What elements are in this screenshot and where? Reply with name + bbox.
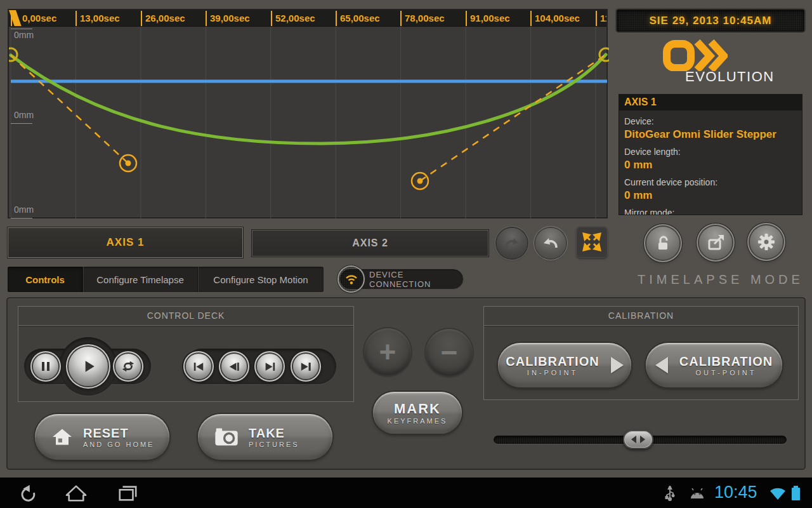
tab-configure-timelapse[interactable]: Configure Timelapse bbox=[83, 267, 198, 292]
triangle-right-icon bbox=[611, 357, 624, 373]
time-tick: 65,00sec bbox=[336, 11, 380, 26]
redo-button[interactable] bbox=[497, 228, 527, 258]
export-share-icon bbox=[705, 233, 726, 252]
time-tick: 0,00sec bbox=[11, 11, 56, 26]
app-screen: 0mm 0mm 0mm 0,00sec 13,00sec 26,00sec 39… bbox=[0, 0, 812, 508]
timeline-graph-panel[interactable]: 0mm 0mm 0mm 0,00sec 13,00sec 26,00sec 39… bbox=[8, 9, 608, 218]
divider bbox=[18, 325, 353, 326]
axis-info-title: AXIS 1 bbox=[619, 95, 802, 110]
tab-label: Configure Stop Motion bbox=[213, 274, 308, 285]
decrement-button[interactable]: − bbox=[426, 329, 473, 376]
tab-configure-stop-motion[interactable]: Configure Stop Motion bbox=[198, 267, 324, 292]
lock-button[interactable] bbox=[646, 227, 679, 260]
camera-icon bbox=[214, 427, 239, 446]
increment-button[interactable]: + bbox=[364, 328, 411, 375]
device-connection-button[interactable]: DEVICE CONNECTION bbox=[339, 269, 464, 290]
expand-fullscreen-button[interactable] bbox=[576, 226, 608, 258]
axis-info-panel: AXIS 1 Device: DitoGear Omni Slider Step… bbox=[619, 94, 802, 215]
axis-1-button[interactable]: AXIS 1 bbox=[8, 227, 243, 258]
position-ruler-line bbox=[11, 29, 32, 29]
pause-button[interactable] bbox=[33, 354, 58, 379]
button-line1: MARK bbox=[394, 401, 441, 417]
step-forward-button[interactable] bbox=[257, 354, 282, 379]
slider-right-arrow-icon bbox=[640, 436, 645, 443]
pause-icon bbox=[39, 360, 52, 373]
info-value: 0 mm bbox=[624, 159, 797, 171]
info-label: Mirror mode: bbox=[624, 208, 797, 215]
step-forward-icon bbox=[263, 361, 276, 372]
button-line2: OUT-POINT bbox=[679, 369, 773, 377]
usb-status-icon bbox=[665, 486, 675, 501]
battery-icon bbox=[792, 488, 800, 500]
calibration-out-point-button[interactable]: CALIBRATION OUT-POINT bbox=[646, 343, 782, 387]
loop-button[interactable] bbox=[115, 354, 141, 379]
timeline-header[interactable]: 0,00sec 13,00sec 26,00sec 39,00sec 52,00… bbox=[9, 10, 606, 27]
position-slider-handle[interactable] bbox=[623, 430, 653, 449]
step-back-button[interactable] bbox=[221, 354, 247, 379]
control-deck-title: CONTROL DECK bbox=[18, 311, 353, 321]
tab-bar: Controls Configure Timelapse Configure S… bbox=[8, 267, 324, 292]
skip-to-start-icon bbox=[192, 361, 205, 372]
position-ruler-line bbox=[11, 123, 32, 124]
play-icon bbox=[80, 358, 96, 375]
axis-2-button[interactable]: AXIS 2 bbox=[252, 230, 488, 257]
play-button[interactable] bbox=[69, 347, 108, 386]
position-label: 0mm bbox=[14, 204, 34, 215]
mode-label: TIMELAPSE MODE bbox=[638, 272, 804, 287]
home-icon bbox=[51, 427, 73, 446]
button-line1: TAKE bbox=[249, 426, 299, 441]
time-tick: 52,00sec bbox=[271, 11, 315, 26]
nav-recents-button[interactable] bbox=[114, 483, 141, 503]
datetime-display: SIE 29, 2013 10:45AM bbox=[615, 8, 806, 33]
nav-back-button[interactable] bbox=[15, 483, 41, 503]
tab-controls[interactable]: Controls bbox=[8, 267, 83, 292]
expand-arrows-icon bbox=[582, 232, 602, 252]
button-line1: CALIBRATION bbox=[506, 354, 599, 369]
skip-to-end-button[interactable] bbox=[293, 354, 318, 379]
undo-button[interactable] bbox=[535, 228, 566, 258]
divider bbox=[484, 325, 798, 326]
datetime-text: SIE 29, 2013 10:45AM bbox=[650, 15, 772, 27]
evolution-logo-icon bbox=[662, 39, 728, 71]
gear-icon bbox=[757, 232, 776, 251]
info-value: DitoGear Omni Slider Stepper bbox=[624, 128, 797, 141]
position-label: 0mm bbox=[14, 30, 34, 40]
info-value: 0 mm bbox=[624, 189, 797, 202]
time-tick: 104,00sec bbox=[530, 11, 580, 26]
step-back-icon bbox=[228, 361, 240, 372]
skip-to-start-button[interactable] bbox=[186, 354, 211, 379]
settings-button[interactable] bbox=[750, 225, 783, 258]
time-tick: 39,00sec bbox=[206, 11, 250, 26]
reset-go-home-button[interactable]: RESET AND GO HOME bbox=[35, 414, 169, 460]
button-line2: AND GO HOME bbox=[83, 441, 154, 448]
time-tick: 13,00sec bbox=[75, 11, 120, 26]
status-clock[interactable]: 10:45 bbox=[714, 483, 757, 502]
loop-icon bbox=[121, 359, 136, 373]
time-tick: 91,00sec bbox=[466, 11, 510, 26]
axis-1-label: AXIS 1 bbox=[107, 236, 145, 249]
button-line2: IN-POINT bbox=[506, 369, 599, 377]
button-line1: RESET bbox=[83, 426, 154, 441]
position-ruler-line bbox=[11, 218, 32, 218]
info-label: Device: bbox=[624, 116, 797, 126]
undo-icon bbox=[542, 234, 560, 252]
tab-label: Configure Timelapse bbox=[96, 274, 184, 285]
export-button[interactable] bbox=[699, 226, 732, 259]
info-label: Current device position: bbox=[624, 177, 797, 187]
button-line1: CALIBRATION bbox=[679, 354, 773, 369]
motion-curve-chart[interactable] bbox=[9, 10, 609, 220]
wifi-signal-icon bbox=[769, 487, 787, 501]
calibration-in-point-button[interactable]: CALIBRATION IN-POINT bbox=[498, 343, 631, 387]
slider-left-arrow-icon bbox=[631, 436, 636, 443]
nav-home-button[interactable] bbox=[63, 483, 89, 503]
wifi-icon bbox=[344, 273, 358, 285]
take-pictures-button[interactable]: TAKE PICTURES bbox=[198, 414, 332, 460]
device-connection-label: DEVICE CONNECTION bbox=[369, 270, 463, 289]
axis-2-label: AXIS 2 bbox=[352, 237, 388, 249]
tab-label: Controls bbox=[25, 274, 65, 285]
position-label: 0mm bbox=[14, 110, 34, 120]
redo-icon bbox=[503, 234, 521, 252]
mark-keyframes-button[interactable]: MARK KEYFRAMES bbox=[373, 392, 462, 434]
wifi-status-button[interactable] bbox=[339, 267, 363, 291]
skip-to-end-icon bbox=[299, 361, 312, 372]
